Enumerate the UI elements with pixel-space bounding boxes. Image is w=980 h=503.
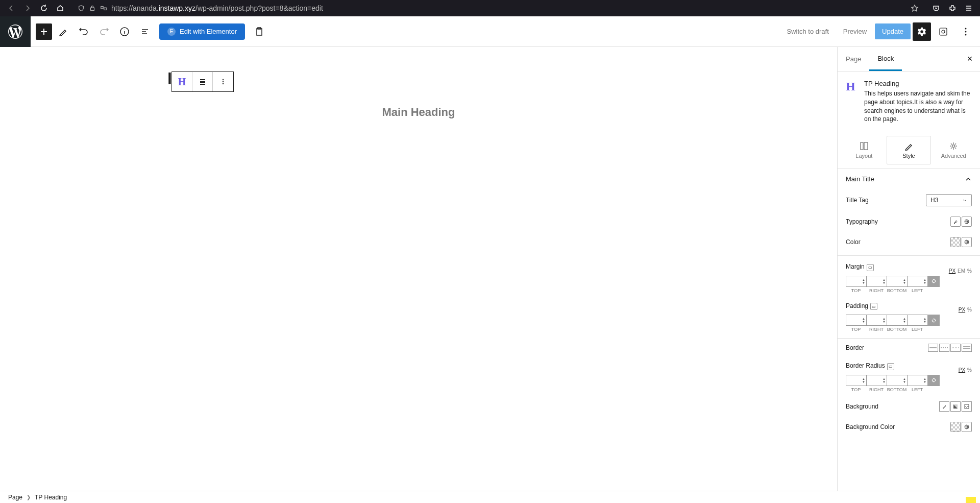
radius-bottom-input[interactable]: ▲▼ [887,375,907,386]
svg-point-19 [965,31,967,32]
tab-page[interactable]: Page [838,48,869,70]
block-type-button[interactable]: H [172,72,192,91]
bg-color-swatch[interactable] [950,422,961,432]
globe-icon[interactable] [962,237,972,247]
add-block-button[interactable] [36,23,52,40]
details-button[interactable] [115,22,134,41]
extensions-icon[interactable] [945,1,960,15]
paste-button[interactable] [250,22,268,41]
sidebar: Page Block × H TP Heading This helps use… [837,47,980,491]
svg-point-26 [223,83,224,84]
editor-canvas[interactable]: lder Main Heading [0,47,837,491]
margin-top-input[interactable]: ▲▼ [846,276,866,287]
unit-px[interactable]: PX [949,268,955,274]
options-button[interactable] [957,22,975,41]
color-swatch[interactable] [950,237,961,247]
link-padding-button[interactable] [927,315,940,326]
link-margin-button[interactable] [927,276,940,287]
elementor-button[interactable]: EEdit with Elementor [159,23,245,40]
url-bar[interactable]: https://ananda.instawp.xyz/wp-admin/post… [74,1,923,15]
link-radius-button[interactable] [927,375,940,386]
globe-icon[interactable] [962,217,972,227]
panel-tab-layout[interactable]: Layout [842,136,887,164]
jetpack-button[interactable] [934,22,952,41]
svg-point-18 [965,28,967,29]
unit-pct[interactable]: % [967,307,972,313]
margin-right-input[interactable]: ▲▼ [866,276,887,287]
unit-px[interactable]: PX [959,307,965,313]
chevron-right-icon: ❯ [27,494,31,500]
svg-rect-23 [200,84,205,85]
title-tag-select[interactable]: H3 [926,194,972,206]
svg-point-29 [952,145,955,148]
update-button[interactable]: Update [875,23,911,39]
wrench-icon[interactable] [950,217,961,227]
heading-icon: H [178,76,186,88]
unit-em[interactable]: EM [958,268,965,274]
block-more-button[interactable] [213,72,233,91]
block-align-button[interactable] [192,72,213,91]
section-main-title[interactable]: Main Title [838,169,980,189]
breadcrumb-current[interactable]: TP Heading [35,494,67,501]
svg-rect-2 [104,8,106,10]
close-sidebar-button[interactable]: × [964,53,976,65]
padding-right-input[interactable]: ▲▼ [866,315,887,326]
margin-bottom-input[interactable]: ▲▼ [887,276,907,287]
border-style-dashed[interactable] [939,344,949,352]
outline-button[interactable] [136,22,154,41]
undo-button[interactable] [75,22,93,41]
svg-rect-28 [864,142,868,150]
color-label: Color [846,238,861,246]
background-control: Background [838,396,980,417]
unit-pct[interactable]: % [967,268,972,274]
unit-px[interactable]: PX [959,367,965,373]
padding-left-input[interactable]: ▲▼ [907,315,927,326]
border-radius-inputs: ▲▼ ▲▼ ▲▼ ▲▼ [838,373,980,387]
svg-point-17 [942,30,945,33]
main-heading-block[interactable]: Main Heading [20,106,817,119]
tools-button[interactable] [54,22,72,41]
radius-left-input[interactable]: ▲▼ [907,375,927,386]
breadcrumb-root[interactable]: Page [8,494,22,501]
block-name: TP Heading [864,80,972,87]
bg-image[interactable] [962,401,972,412]
block-description: This helps users navigate and skim the p… [864,89,972,124]
wp-logo[interactable] [0,16,31,47]
panel-tab-style[interactable]: Style [887,136,932,164]
border-style-solid[interactable] [928,344,938,352]
reload-button[interactable] [37,1,51,15]
radius-right-input[interactable]: ▲▼ [866,375,887,386]
padding-top-input[interactable]: ▲▼ [846,315,866,326]
redo-button[interactable] [95,22,113,41]
globe-icon[interactable] [962,422,972,432]
title-tag-control: Title Tag H3 [838,189,980,211]
menu-icon[interactable] [962,1,976,15]
home-button[interactable] [53,1,67,15]
permissions-icon [100,5,107,12]
lock-icon [89,5,96,12]
cursor-highlight [966,497,976,503]
padding-inputs: ▲▼ ▲▼ ▲▼ ▲▼ [838,313,980,327]
browser-chrome: https://ananda.instawp.xyz/wp-admin/post… [0,0,980,16]
pocket-icon[interactable] [929,1,943,15]
bg-classic[interactable] [939,401,949,412]
margin-left-input[interactable]: ▲▼ [907,276,927,287]
preview-button[interactable]: Preview [837,23,873,39]
back-button[interactable] [4,1,18,15]
unit-pct[interactable]: % [967,367,972,373]
settings-button[interactable] [913,22,931,41]
tab-block[interactable]: Block [869,47,902,71]
switch-draft-button[interactable]: Switch to draft [780,23,835,39]
svg-rect-40 [965,404,969,409]
radius-top-input[interactable]: ▲▼ [846,375,866,386]
border-style-dotted[interactable] [950,344,961,352]
shield-icon [78,5,85,12]
title-tag-label: Title Tag [846,197,869,204]
panel-tab-advanced[interactable]: Advanced [931,136,976,164]
svg-point-25 [223,81,224,82]
padding-bottom-input[interactable]: ▲▼ [887,315,907,326]
bg-gradient[interactable] [950,401,961,412]
bookmark-icon[interactable] [911,4,919,12]
border-style-double[interactable] [962,344,972,352]
forward-button[interactable] [20,1,35,15]
